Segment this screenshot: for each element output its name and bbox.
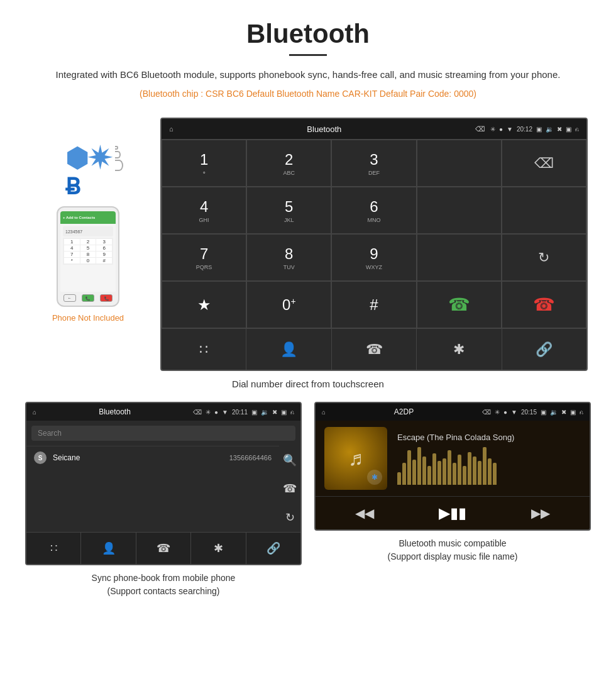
pb-spacer bbox=[26, 469, 279, 532]
visualizer-bar bbox=[432, 453, 436, 485]
page-spec: (Bluetooth chip : CSR BC6 Default Blueto… bbox=[38, 89, 578, 99]
dial-key-9[interactable]: 9WXYZ bbox=[331, 234, 416, 281]
dial-empty-4 bbox=[417, 234, 502, 281]
dial-key-5[interactable]: 5JKL bbox=[246, 187, 331, 234]
dial-key-4[interactable]: 4GHI bbox=[162, 187, 246, 234]
volume-icon: 🔉 bbox=[546, 126, 553, 133]
dial-key-6[interactable]: 6MNO bbox=[331, 187, 416, 234]
arc-large bbox=[115, 160, 123, 171]
back-icon[interactable]: ⎌ bbox=[575, 126, 579, 133]
dial-key-8[interactable]: 8TUV bbox=[246, 234, 331, 281]
pb-bottom-bt[interactable]: ✱ bbox=[191, 533, 246, 564]
ms-right-panel: Escape (The Pina Colada Song) bbox=[397, 433, 581, 485]
phone-side: ⬢✷ Ƀ + Add to Contacts 1234567 bbox=[28, 118, 148, 323]
time-display: 20:12 bbox=[517, 126, 532, 133]
dial-key-star[interactable]: ★ bbox=[162, 281, 246, 328]
phone-dialpad: 123 456 789 *0# bbox=[63, 238, 113, 265]
wifi-arc bbox=[115, 146, 123, 171]
play-pause-btn[interactable]: ▶▮▮ bbox=[439, 504, 466, 522]
ms-vol-icon: 🔉 bbox=[550, 409, 558, 416]
visualizer-bar bbox=[473, 456, 476, 485]
pb-search-bar[interactable]: Search bbox=[31, 426, 295, 441]
car-bottom-person[interactable]: 👤 bbox=[246, 329, 331, 370]
car-bottom-bt[interactable]: ✱ bbox=[417, 329, 502, 370]
pb-contact-row[interactable]: S Seicane 13566664466 bbox=[26, 446, 279, 469]
bluetooth-wifi-graphic: ⬢✷ Ƀ bbox=[65, 143, 111, 200]
phone-back-btn[interactable]: ← bbox=[63, 294, 76, 302]
dial-key-3[interactable]: 3DEF bbox=[331, 140, 416, 187]
pb-bottom-person[interactable]: 👤 bbox=[81, 533, 136, 564]
next-track-btn[interactable]: ▶▶ bbox=[531, 506, 550, 521]
visualizer-bar bbox=[478, 461, 481, 485]
phone-call-btn[interactable]: 📞 bbox=[82, 294, 94, 302]
camera-icon: ▣ bbox=[536, 126, 542, 133]
dial-key-1[interactable]: 1⚬ bbox=[162, 140, 246, 187]
page-title: Bluetooth bbox=[38, 19, 578, 49]
dial-key-hash[interactable]: # bbox=[331, 281, 416, 328]
visualizer-bar bbox=[453, 463, 456, 485]
usb-icon: ⌫ bbox=[475, 125, 485, 133]
dial-call-red[interactable]: ☎ bbox=[502, 281, 586, 328]
dial-backspace[interactable]: ⌫ bbox=[502, 140, 586, 187]
car-bottom-grid[interactable]: ∷ bbox=[162, 329, 246, 370]
song-title: Escape (The Pina Colada Song) bbox=[397, 433, 581, 442]
car-bottom-phone[interactable]: ☎ bbox=[332, 329, 417, 370]
dial-key-7[interactable]: 7PQRS bbox=[162, 234, 246, 281]
pb-search-icon[interactable]: 🔍 bbox=[283, 453, 297, 467]
pb-cam-icon: ▣ bbox=[251, 409, 257, 416]
phone-end-btn[interactable]: 📞 bbox=[100, 294, 113, 302]
pb-sync-icon[interactable]: ↻ bbox=[285, 511, 295, 524]
page-header: Bluetooth Integrated with BC6 Bluetooth … bbox=[0, 0, 616, 118]
phonebook-caption-text: Sync phone-book from mobile phone(Suppor… bbox=[92, 573, 236, 596]
pb-bottom-link[interactable]: 🔗 bbox=[246, 533, 300, 564]
pb-home-icon[interactable]: ⌂ bbox=[33, 409, 36, 416]
signal-icon: ▼ bbox=[507, 126, 513, 133]
car-bottom-link[interactable]: 🔗 bbox=[502, 329, 586, 370]
contact-number: 13566664466 bbox=[229, 454, 272, 462]
visualizer-bar bbox=[493, 463, 497, 485]
pb-bottom-grid[interactable]: ∷ bbox=[26, 533, 81, 564]
visualizer-bar bbox=[468, 452, 471, 485]
visualizer-bar bbox=[443, 458, 446, 485]
home-icon[interactable]: ⌂ bbox=[169, 125, 173, 133]
pb-call-icon[interactable]: ☎ bbox=[283, 482, 297, 495]
close-icon[interactable]: ✖ bbox=[557, 126, 562, 133]
dial-call-green[interactable]: ☎ bbox=[417, 281, 502, 328]
window-icon[interactable]: ▣ bbox=[566, 126, 571, 133]
phonebook-item: ⌂ Bluetooth ⌫ ✳ ● ▼ 20:11 ▣ 🔉 ✖ ▣ ⎌ Sear… bbox=[25, 402, 302, 598]
pb-search-placeholder: Search bbox=[38, 429, 62, 438]
dial-sync[interactable]: ↻ bbox=[502, 234, 586, 281]
pb-bt-icon: ✳ bbox=[206, 409, 211, 416]
phone-not-included-label: Phone Not Included bbox=[52, 313, 124, 323]
ms-cam-icon: ▣ bbox=[541, 409, 546, 416]
ms-time: 20:15 bbox=[521, 409, 537, 416]
add-contacts-label: + Add to Contacts bbox=[63, 216, 95, 219]
main-display: ⬢✷ Ƀ + Add to Contacts 1234567 bbox=[0, 118, 616, 371]
pb-back-icon[interactable]: ⎌ bbox=[290, 409, 294, 416]
car-dialpad-statusbar: ⌂ Bluetooth ⌫ ✳ ● ▼ 20:12 ▣ 🔉 ✖ ▣ ⎌ bbox=[162, 119, 586, 139]
dial-key-0[interactable]: 0+ bbox=[246, 281, 331, 328]
phone-bottom-buttons: ← 📞 📞 bbox=[60, 292, 116, 302]
music-caption-text: Bluetooth music compatible(Support displ… bbox=[388, 538, 518, 562]
car-bottom-row: ∷ 👤 ☎ ✱ 🔗 bbox=[162, 328, 586, 370]
ms-close-icon[interactable]: ✖ bbox=[561, 409, 566, 416]
prev-track-btn[interactable]: ◀◀ bbox=[355, 506, 374, 521]
phonebook-caption: Sync phone-book from mobile phone(Suppor… bbox=[25, 572, 302, 598]
pb-vol-icon: 🔉 bbox=[261, 409, 268, 416]
phone-mock: + Add to Contacts 1234567 123 456 789 *0… bbox=[57, 206, 119, 307]
phone-screen-top: + Add to Contacts bbox=[60, 211, 116, 224]
pb-time: 20:11 bbox=[232, 409, 248, 416]
visualizer-bar bbox=[422, 456, 426, 485]
contact-name: Seicane bbox=[53, 453, 223, 462]
dial-key-2[interactable]: 2ABC bbox=[246, 140, 331, 187]
pb-loc-icon: ● bbox=[214, 409, 218, 416]
ms-signal-icon: ▼ bbox=[511, 409, 517, 416]
ms-back-icon[interactable]: ⎌ bbox=[580, 409, 583, 416]
pb-win-icon[interactable]: ▣ bbox=[281, 409, 287, 416]
pb-close-icon[interactable]: ✖ bbox=[272, 409, 277, 416]
pb-bottom-phone[interactable]: ☎ bbox=[136, 533, 191, 564]
ms-win-icon[interactable]: ▣ bbox=[570, 409, 576, 416]
visualizer-bar bbox=[458, 455, 461, 485]
ms-home-icon[interactable]: ⌂ bbox=[322, 409, 326, 416]
ms-album-art: ♬ ✱ bbox=[324, 427, 387, 490]
